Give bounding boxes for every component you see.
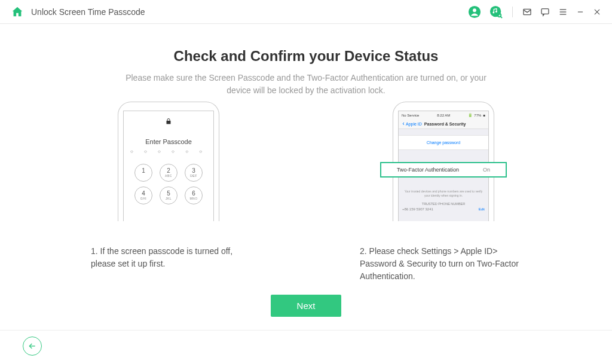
svg-point-3 bbox=[492, 11, 494, 13]
main-heading: Check and Confirm your Device Status bbox=[0, 48, 612, 65]
keypad: 1 2ABC 3DEF 4GHI 5JKL 6MNO bbox=[124, 164, 213, 204]
footer-divider bbox=[0, 330, 612, 331]
next-button[interactable]: Next bbox=[271, 295, 342, 317]
trusted-phone-row: +86 159 5307 3241 Edit bbox=[399, 206, 488, 213]
keypad-4: 4GHI bbox=[134, 186, 152, 204]
keypad-1: 1 bbox=[134, 164, 152, 182]
svg-point-1 bbox=[473, 8, 476, 12]
header-divider bbox=[512, 7, 513, 17]
nav-bar: Apple ID Password & Security bbox=[399, 119, 488, 129]
keypad-5: 5JKL bbox=[160, 186, 178, 204]
feedback-icon[interactable] bbox=[540, 7, 550, 17]
phones-row: Enter Passcode ○ ○ ○ ○ ○ ○ 1 2ABC 3DEF 4… bbox=[0, 102, 612, 283]
header-left: Unlock Screen Time Passcode bbox=[11, 5, 145, 19]
tfa-label: Two-Factor Authentication bbox=[397, 167, 459, 173]
main-content: Check and Confirm your Device Status Ple… bbox=[0, 24, 612, 317]
menu-icon[interactable] bbox=[558, 7, 568, 17]
svg-rect-8 bbox=[541, 8, 549, 14]
header-right bbox=[468, 5, 601, 19]
phone-tfa-frame: No Service 8:22 AM 🔋 77%■ Apple ID Passw… bbox=[393, 102, 494, 221]
nav-back: Apple ID bbox=[402, 121, 422, 126]
phone-passcode-screen: Enter Passcode ○ ○ ○ ○ ○ ○ 1 2ABC 3DEF 4… bbox=[123, 111, 214, 221]
phone-passcode-frame: Enter Passcode ○ ○ ○ ○ ○ ○ 1 2ABC 3DEF 4… bbox=[118, 102, 219, 221]
main-subtitle: Please make sure the Screen Passcode and… bbox=[115, 72, 497, 97]
caption-passcode: 1. If the screen passcode is turned off,… bbox=[91, 245, 246, 270]
caption-tfa: 2. Please check Settings > Apple ID> Pas… bbox=[360, 245, 527, 283]
svg-rect-15 bbox=[167, 121, 171, 124]
tfa-description: Your trusted devices and phone numbers a… bbox=[399, 188, 488, 199]
keypad-6: 6MNO bbox=[185, 186, 203, 204]
home-icon[interactable] bbox=[11, 5, 24, 19]
trusted-phone-label: TRUSTED PHONE NUMBER bbox=[399, 200, 488, 206]
status-bar: No Service 8:22 AM 🔋 77%■ bbox=[399, 111, 488, 119]
trusted-phone-edit: Edit bbox=[479, 207, 485, 211]
change-password-row: Change password bbox=[399, 135, 488, 150]
tfa-value: On bbox=[483, 167, 490, 173]
svg-line-6 bbox=[500, 16, 502, 18]
close-icon[interactable] bbox=[593, 8, 601, 16]
account-icon[interactable] bbox=[468, 5, 481, 19]
status-carrier: No Service bbox=[402, 114, 419, 117]
page-title: Unlock Screen Time Passcode bbox=[31, 7, 145, 17]
tfa-highlight-row: Two-Factor Authentication On bbox=[380, 162, 507, 178]
enter-passcode-label: Enter Passcode bbox=[124, 138, 213, 145]
minimize-icon[interactable] bbox=[576, 8, 585, 16]
phone-passcode-block: Enter Passcode ○ ○ ○ ○ ○ ○ 1 2ABC 3DEF 4… bbox=[91, 102, 246, 283]
music-search-icon[interactable] bbox=[489, 5, 503, 19]
trusted-phone-number: +86 159 5307 3241 bbox=[402, 207, 433, 211]
svg-point-4 bbox=[495, 11, 497, 13]
status-battery: 🔋 77%■ bbox=[468, 113, 485, 117]
keypad-2: 2ABC bbox=[160, 164, 178, 182]
passcode-dots: ○ ○ ○ ○ ○ ○ bbox=[124, 149, 213, 154]
nav-title: Password & Security bbox=[424, 122, 466, 126]
mail-icon[interactable] bbox=[522, 7, 532, 17]
phone-tfa-block: No Service 8:22 AM 🔋 77%■ Apple ID Passw… bbox=[366, 102, 521, 283]
back-button[interactable] bbox=[23, 337, 42, 356]
title-bar: Unlock Screen Time Passcode bbox=[0, 0, 612, 24]
status-time: 8:22 AM bbox=[437, 114, 450, 117]
lock-icon bbox=[124, 117, 213, 127]
keypad-3: 3DEF bbox=[185, 164, 203, 182]
